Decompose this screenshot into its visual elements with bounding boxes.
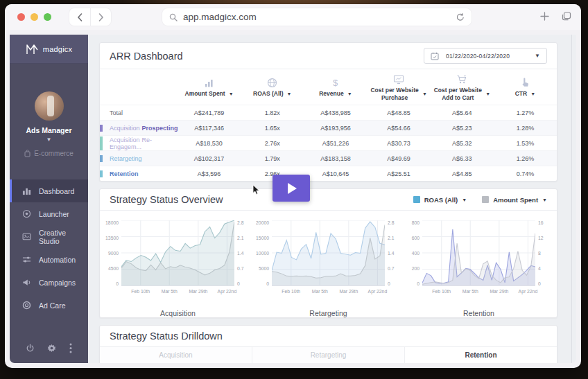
sidebar-item-label: Dashboard [39,187,74,195]
cell-ctr: 1.28% [494,125,557,132]
cell-amount-spent: A$18,530 [178,140,241,147]
sidebar-item-creative-studio[interactable]: Creative Studio [10,225,88,248]
calendar-icon [431,52,439,60]
cell-revenue: A$51,226 [304,140,367,147]
new-tab-icon[interactable] [540,11,549,24]
creative-studio-icon [22,232,32,241]
tab-retention[interactable]: Retention [405,347,557,363]
campaigns-icon [22,278,32,287]
row-color-strip [100,136,103,150]
maximize-window-button[interactable] [44,13,51,21]
tab-retargeting[interactable]: Retargeting [252,347,405,363]
reload-icon[interactable] [456,12,465,21]
logout-power-icon[interactable] [26,344,35,353]
column-cost-per-add-to-cart: Cost per Website Add to Cart▼ [431,73,494,101]
column-sort-caret-icon[interactable]: ▼ [530,91,535,96]
column-ctr: CTR▼ [494,77,557,98]
date-range-value: 01/22/2020-04/22/2020 [446,53,528,60]
page-title: ARR Dashboard [110,51,183,62]
sidebar-footer [10,333,88,363]
click-icon [520,77,530,88]
column-sort-caret-icon[interactable]: ▼ [485,91,490,96]
more-options-icon[interactable] [69,343,72,353]
row-prefix: Acquisition [110,125,140,132]
cell-cost-purchase: A$30.73 [367,140,430,147]
back-button[interactable] [69,8,90,26]
legend-caret-icon: ▼ [542,197,547,202]
sidebar-item-label: Ad Care [39,301,66,310]
browser-toolbar: app.madgicx.com [5,4,581,30]
close-window-button[interactable] [17,13,25,21]
sidebar-item-dashboard[interactable]: Dashboard [10,179,88,202]
column-cost-per-purchase: Cost per Website Purchase▼ [367,73,430,101]
legend-label: Amount Spent [493,196,538,204]
strategy-drilldown-card: Strategy Status Drilldown Acquisition Re… [99,325,557,363]
table-row-total[interactable]: Total A$241,789 1.82x A$438,985 A$48.85 … [100,105,557,120]
account-selector[interactable]: E-commerce [10,150,88,157]
sidebar-item-automation[interactable]: Automation [10,248,88,271]
cell-roas: 2.76x [241,140,304,147]
automation-icon [22,255,32,264]
column-amount-spent: Amount Spent▼ [178,77,241,98]
legend-roas[interactable]: ROAS (All) ▼ [413,196,467,204]
screen-chart-icon [393,73,404,85]
cell-ctr: 1.53% [494,140,557,147]
legend-caret-icon: ▼ [462,197,467,202]
x-axis-labels: Feb 10thMar 5thMar 29thApr 22nd [422,289,535,298]
tab-overview-icon[interactable] [562,11,571,24]
table-row-retargeting[interactable]: Retargeting A$102,317 1.79x A$183,158 A$… [100,150,557,166]
sidebar-item-label: Launcher [39,210,69,218]
column-sort-caret-icon[interactable]: ▼ [287,91,292,96]
legend-amount-spent[interactable]: Amount Spent ▼ [482,196,547,204]
chart-plot [121,220,234,286]
sidebar-item-launcher[interactable]: Launcher [10,202,88,225]
shopping-bag-icon [24,150,31,157]
cell-cost-purchase: A$48.85 [367,109,430,116]
video-play-button[interactable] [273,175,310,202]
profile-caret-icon[interactable]: ▼ [10,136,88,143]
minimize-window-button[interactable] [31,13,38,21]
column-sort-caret-icon[interactable]: ▼ [422,91,427,96]
avatar[interactable] [35,91,64,121]
madgicx-logo-icon [26,44,40,55]
cell-ctr: 1.26% [494,155,557,162]
left-axis-ticks: 1800013500900045000 [103,220,121,286]
row-label: Total [110,109,123,116]
acquisition-chart-block: 1800013500900045000 Feb 10thMar 5thMar 2… [103,220,253,317]
sidebar-item-ad-care[interactable]: Ad Care [10,294,88,317]
sidebar: madgicx Ads Manager ▼ E-commerce [10,35,88,363]
play-icon [288,183,297,194]
sidebar-item-campaigns[interactable]: Campaigns [10,271,88,294]
column-sort-caret-icon[interactable]: ▼ [229,91,234,96]
globe-icon [267,77,277,88]
date-range-picker[interactable]: 01/22/2020-04/22/2020 ▼ [424,48,547,64]
settings-gear-icon[interactable] [47,344,56,353]
scrollbar-track[interactable] [571,35,572,363]
cell-ctr: 1.27% [494,109,557,116]
retargeting-chart-block: 20000150001000050000 Feb 10thMar 5thMar … [253,220,404,317]
cell-amount-spent: A$3,596 [178,170,241,177]
sidebar-item-label: Campaigns [39,279,76,287]
brand[interactable]: madgicx [10,35,88,64]
chart-plot [422,220,535,286]
column-label: Amount Spent [185,90,225,98]
window-controls [17,13,51,21]
bar-chart-icon [204,77,214,88]
table-row-acquisition-reengagement[interactable]: AcquisitionRe-Engagem... A$18,530 2.76x … [100,135,557,150]
legend-swatch-roas [413,196,420,203]
tab-acquisition[interactable]: Acquisition [100,347,252,363]
toolbar-right-icons [540,11,571,24]
address-bar[interactable]: app.madgicx.com [162,8,472,26]
column-sort-caret-icon[interactable]: ▼ [347,91,352,96]
forward-button[interactable] [90,8,111,26]
cell-cost-cart: A$6.33 [431,155,494,162]
cell-roas: 1.65x [241,125,304,132]
sidebar-item-label: Automation [39,256,76,264]
url-text: app.madgicx.com [183,12,456,22]
table-row-acquisition-prospecting[interactable]: AcquisitionProspecting A$117,346 1.65x A… [100,120,557,135]
column-label: Cost per Website Add to Cart [433,87,482,101]
right-axis-ticks: 2.82.11.40.70 [385,220,404,286]
cell-ctr: 0.74% [494,170,557,177]
table-row-retention[interactable]: Retention A$3,596 2.96x A$10,645 A$25.51… [100,166,557,181]
right-axis-ticks: 2.82.11.40.70 [234,220,253,286]
